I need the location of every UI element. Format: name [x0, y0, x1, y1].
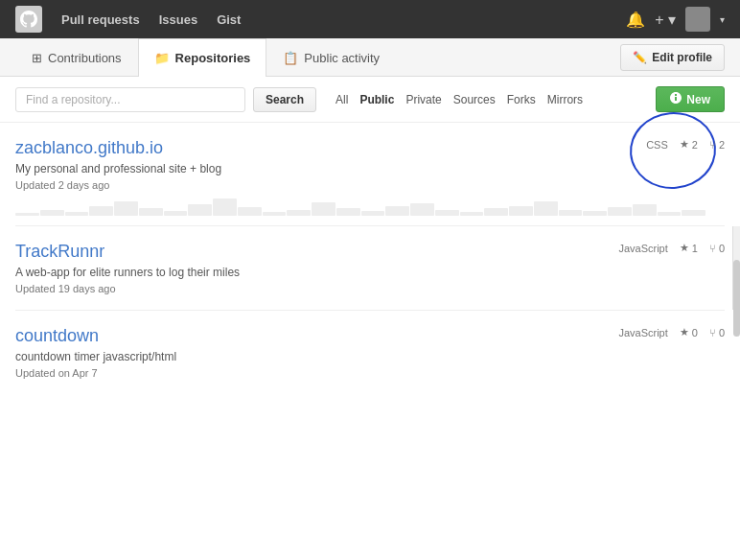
contribution-chart: [15, 197, 705, 216]
repo-name-link[interactable]: countdown: [15, 326, 99, 346]
repositories-icon: 📁: [154, 51, 170, 65]
issues-link[interactable]: Issues: [159, 12, 197, 27]
contributions-icon: ⊞: [32, 51, 42, 65]
filter-forks[interactable]: Forks: [507, 93, 536, 106]
fork-icon: ⑂: [709, 327, 716, 338]
repo-meta-right: JavaScript ★ 1 ⑂ 0: [618, 242, 725, 254]
filter-sources[interactable]: Sources: [453, 93, 496, 106]
repo-description: My personal and professional site + blog: [15, 162, 725, 175]
star-icon: ★: [680, 242, 689, 254]
repo-forks: ⑂ 0: [709, 243, 725, 254]
star-icon: ★: [680, 326, 689, 338]
table-row: countdown JavaScript ★ 0 ⑂ 0 countdown t…: [15, 311, 725, 394]
table-row: zacblanco.github.io CSS ★ 2 ⑂ 2 My perso…: [15, 123, 725, 226]
contributions-tab[interactable]: ⊞ Contributions: [15, 38, 138, 77]
repo-updated: Updated on Apr 7: [15, 367, 725, 379]
nav-right: 🔔 + ▾ ▾: [626, 7, 725, 32]
filter-public[interactable]: Public: [359, 93, 394, 106]
filter-all[interactable]: All: [335, 93, 348, 106]
fork-icon: ⑂: [709, 243, 716, 254]
table-row: TrackRunnr JavaScript ★ 1 ⑂ 0 A web-app …: [15, 226, 725, 311]
user-menu-arrow[interactable]: ▾: [720, 14, 725, 25]
new-repository-button[interactable]: New: [656, 86, 725, 112]
profile-tabs: ⊞ Contributions 📁 Repositories 📋 Public …: [15, 38, 396, 76]
repo-stars: ★ 0: [680, 326, 698, 338]
repo-language: CSS: [646, 139, 668, 151]
profile-tabs-bar: ⊞ Contributions 📁 Repositories 📋 Public …: [0, 38, 740, 77]
pull-requests-link[interactable]: Pull requests: [61, 12, 140, 27]
repo-updated: Updated 19 days ago: [15, 283, 725, 294]
filter-bar: Search All Public Private Sources Forks …: [0, 77, 740, 123]
repo-forks: ⑂ 2: [709, 139, 725, 151]
pencil-icon: ✏️: [633, 51, 647, 64]
user-avatar[interactable]: [685, 7, 710, 32]
book-icon: [670, 92, 682, 106]
activity-icon: 📋: [283, 51, 298, 65]
scrollbar-thumb[interactable]: [733, 260, 740, 337]
star-icon: ★: [680, 138, 689, 151]
gist-link[interactable]: Gist: [217, 12, 241, 27]
scrollbar-track[interactable]: [732, 226, 740, 310]
nav-left: Pull requests Issues Gist: [15, 6, 241, 33]
repo-language: JavaScript: [618, 243, 667, 254]
repo-stars: ★ 1: [680, 242, 698, 254]
repo-forks: ⑂ 0: [709, 327, 725, 338]
repo-language: JavaScript: [618, 327, 667, 338]
repo-description: A web-app for elite runners to log their…: [15, 266, 725, 279]
repo-name-link[interactable]: TrackRunnr: [15, 242, 104, 262]
filter-mirrors[interactable]: Mirrors: [547, 93, 583, 106]
public-activity-tab[interactable]: 📋 Public activity: [266, 38, 396, 77]
repo-updated: Updated 2 days ago: [15, 179, 725, 191]
filter-links: All Public Private Sources Forks Mirrors: [335, 93, 648, 106]
find-repository-input[interactable]: [15, 87, 245, 112]
repo-stars: ★ 2: [680, 138, 698, 151]
repo-name-link[interactable]: zacblanco.github.io: [15, 138, 163, 158]
top-navigation: Pull requests Issues Gist 🔔 + ▾ ▾: [0, 0, 740, 38]
repo-description: countdown timer javascript/html: [15, 350, 725, 363]
repo-meta-right: JavaScript ★ 0 ⑂ 0: [618, 326, 725, 338]
repository-list: zacblanco.github.io CSS ★ 2 ⑂ 2 My perso…: [0, 123, 740, 394]
repo-meta-right: CSS ★ 2 ⑂ 2: [646, 138, 725, 151]
filter-private[interactable]: Private: [405, 93, 441, 106]
notifications-icon[interactable]: 🔔: [626, 11, 645, 29]
fork-icon: ⑂: [709, 139, 716, 151]
repositories-tab[interactable]: 📁 Repositories: [138, 38, 267, 77]
search-button[interactable]: Search: [253, 87, 316, 112]
github-logo[interactable]: [15, 6, 42, 33]
edit-profile-button[interactable]: ✏️ Edit profile: [620, 44, 725, 71]
create-menu-icon[interactable]: + ▾: [655, 11, 676, 29]
